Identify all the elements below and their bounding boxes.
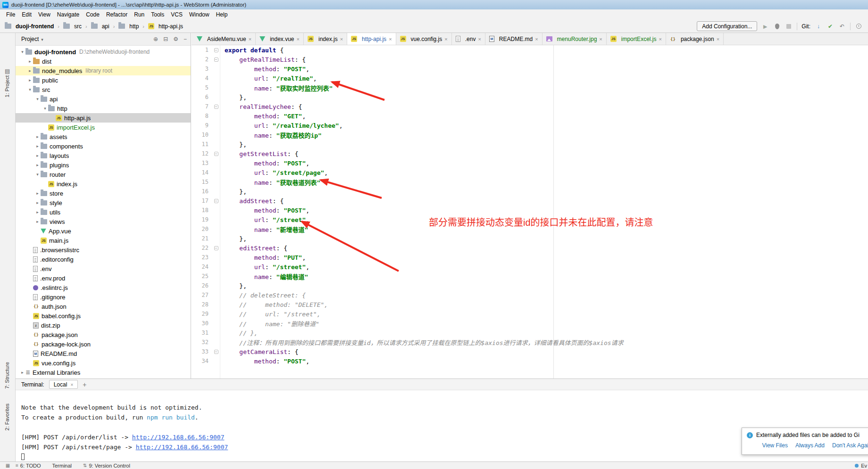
close-icon[interactable]: [70, 381, 73, 388]
tree-item-node_modules[interactable]: node_moduleslibrary root: [16, 66, 191, 75]
menu-help[interactable]: Help: [213, 10, 231, 19]
fold-marker-icon[interactable]: [214, 58, 218, 62]
tree-item-index.js[interactable]: index.js: [16, 179, 191, 189]
menu-run[interactable]: Run: [131, 10, 148, 19]
chevron-open-icon[interactable]: [27, 87, 33, 92]
new-terminal-icon[interactable]: [83, 381, 86, 388]
line-number[interactable]: 12: [192, 150, 212, 157]
line-number[interactable]: 24: [192, 263, 212, 270]
tab-index.js[interactable]: index.js: [304, 33, 347, 45]
terminal-tab-local[interactable]: Local: [49, 380, 78, 389]
tree-item-layouts[interactable]: layouts: [16, 151, 191, 160]
tab-README.md[interactable]: README.md: [485, 33, 542, 45]
line-number[interactable]: 21: [192, 235, 212, 242]
project-panel-title[interactable]: Project: [21, 36, 39, 42]
fold-marker-icon[interactable]: [214, 48, 218, 52]
tree-item-dist.zip[interactable]: dist.zip: [16, 321, 191, 330]
tree-item-src[interactable]: src: [16, 85, 191, 94]
collapse-all-icon[interactable]: ⊟: [163, 36, 168, 42]
tree-item-router[interactable]: router: [16, 170, 191, 179]
line-number[interactable]: 5: [192, 84, 212, 91]
line-number[interactable]: 23: [192, 254, 212, 261]
line-number[interactable]: 14: [192, 169, 212, 176]
tree-item-dist[interactable]: dist: [16, 57, 191, 66]
tree-item-.env.prod[interactable]: .env.prod: [16, 273, 191, 283]
chevron-closed-icon[interactable]: [27, 78, 33, 82]
tree-item-http-api.js[interactable]: http-api.js: [16, 113, 191, 123]
fold-marker-icon[interactable]: [214, 199, 218, 203]
chevron-closed-icon[interactable]: [34, 153, 41, 158]
line-number[interactable]: 19: [192, 216, 212, 223]
close-tab-icon[interactable]: [389, 36, 392, 42]
tool-windows-icon[interactable]: ▤: [5, 68, 10, 74]
terminal-link[interactable]: http://192.168.66.56:9007: [136, 444, 228, 451]
history-clock-icon[interactable]: [855, 23, 862, 30]
chevron-closed-icon[interactable]: [34, 134, 41, 139]
chevron-closed-icon[interactable]: [34, 144, 41, 148]
tree-item-assets[interactable]: assets: [16, 132, 191, 141]
tab-.env[interactable]: .env: [452, 33, 485, 45]
tree-item-plugins[interactable]: plugins: [16, 160, 191, 170]
chevron-closed-icon[interactable]: [34, 191, 41, 196]
tree-item-.gitignore[interactable]: .gitignore: [16, 292, 191, 302]
tree-item-babel.config.js[interactable]: babel.config.js: [16, 311, 191, 321]
tab-importExcel.js[interactable]: importExcel.js: [607, 33, 666, 45]
menu-refactor[interactable]: Refactor: [103, 10, 131, 19]
tree-item-main.js[interactable]: main.js: [16, 236, 191, 245]
line-number[interactable]: 17: [192, 197, 212, 204]
statusbar-terminal[interactable]: Terminal: [52, 463, 72, 469]
tree-item-duoji-frontend[interactable]: duoji-frontendD:\zheheWeb\duoji-frontend: [16, 47, 191, 57]
tree-item-utils[interactable]: utils: [16, 207, 191, 217]
fold-marker-icon[interactable]: [214, 246, 218, 250]
close-tab-icon[interactable]: [717, 36, 719, 42]
tab-menuRouter.jpg[interactable]: menuRouter.jpg: [542, 33, 607, 45]
close-tab-icon[interactable]: [340, 36, 343, 42]
commit-icon[interactable]: [826, 23, 834, 30]
fold-marker-icon[interactable]: [214, 152, 218, 156]
update-project-icon[interactable]: [815, 23, 822, 30]
tree-item-auth.json[interactable]: auth.json: [16, 302, 191, 311]
tree-item-vue.config.js[interactable]: vue.config.js: [16, 358, 191, 368]
line-number[interactable]: 3: [192, 66, 212, 72]
rollback-icon[interactable]: [838, 23, 846, 30]
menu-tools[interactable]: Tools: [148, 10, 167, 19]
tree-item-.editorconfig[interactable]: .editorconfig: [16, 255, 191, 264]
close-tab-icon[interactable]: [599, 36, 602, 42]
tree-item-package-lock.json[interactable]: package-lock.json: [16, 339, 191, 349]
line-number[interactable]: 34: [192, 358, 212, 364]
tool-windows-toggle-icon[interactable]: ▦: [0, 463, 16, 468]
tree-item-README.md[interactable]: README.md: [16, 349, 191, 358]
line-number[interactable]: 28: [192, 301, 212, 308]
line-number[interactable]: 15: [192, 179, 212, 185]
stripe-favorites-button[interactable]: 2: Favorites: [4, 403, 10, 430]
tree-item-store[interactable]: store: [16, 189, 191, 198]
add-configuration-button[interactable]: Add Configuration...: [697, 21, 757, 31]
menu-window[interactable]: Window: [186, 10, 213, 19]
line-number[interactable]: 22: [192, 245, 212, 251]
line-number[interactable]: 25: [192, 273, 212, 280]
line-number[interactable]: 29: [192, 311, 212, 317]
tree-item-views[interactable]: views: [16, 217, 191, 226]
terminal-output[interactable]: Note that the development build is not o…: [16, 390, 868, 462]
line-number[interactable]: 33: [192, 348, 212, 355]
tree-item-App.vue[interactable]: App.vue: [16, 226, 191, 236]
chevron-closed-icon[interactable]: [34, 219, 41, 224]
terminal-link[interactable]: http://192.168.66.56:9007: [132, 434, 225, 441]
tree-item-.eslintrc.js[interactable]: .eslintrc.js: [16, 283, 191, 292]
menu-file[interactable]: File: [3, 10, 18, 19]
chevron-open-icon[interactable]: [34, 97, 41, 101]
line-number[interactable]: 1: [192, 47, 212, 53]
code-editor[interactable]: 1export default {2 getRealTimeList: {3 m…: [192, 45, 868, 378]
close-tab-icon[interactable]: [249, 36, 251, 42]
breadcrumb-item-src[interactable]: src: [62, 23, 83, 30]
menu-edit[interactable]: Edit: [18, 10, 35, 19]
line-number[interactable]: 18: [192, 207, 212, 214]
statusbar-vcs[interactable]: 9: Version Control: [83, 463, 130, 469]
line-number[interactable]: 2: [192, 56, 212, 63]
menu-code[interactable]: Code: [83, 10, 103, 19]
tab-index.vue[interactable]: index.vue: [256, 33, 304, 45]
gear-icon[interactable]: ⚙: [173, 36, 178, 42]
tree-item-importExcel.js[interactable]: importExcel.js: [16, 123, 191, 132]
debug-icon[interactable]: [773, 23, 781, 30]
fold-marker-icon[interactable]: [214, 350, 218, 354]
